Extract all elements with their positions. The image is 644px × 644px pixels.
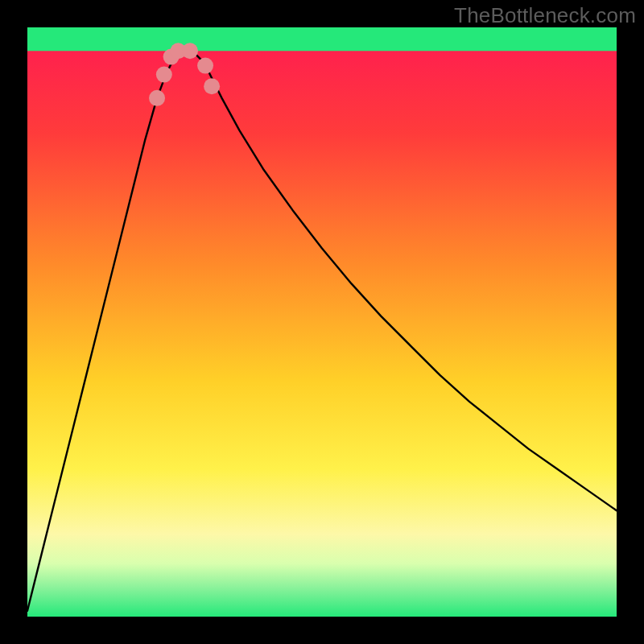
chart-frame: TheBottleneck.com	[0, 0, 644, 644]
plot-area	[27, 27, 617, 617]
watermark-text: TheBottleneck.com	[454, 3, 636, 28]
bottleneck-plot-svg	[27, 27, 617, 617]
curve-marker	[156, 67, 172, 83]
curve-marker	[149, 90, 165, 106]
green-strip	[27, 27, 617, 51]
curve-marker	[182, 43, 198, 59]
curve-marker	[197, 58, 213, 74]
curve-marker	[204, 78, 220, 94]
gradient-background	[27, 27, 617, 617]
